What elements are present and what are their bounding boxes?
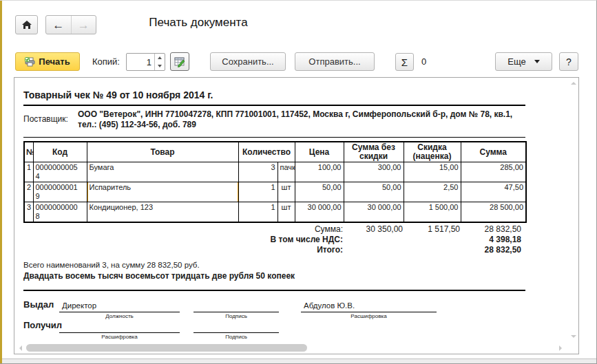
supplier-divider xyxy=(23,137,525,138)
printer-check-icon xyxy=(25,57,35,67)
cell-discount[interactable]: 2,50 xyxy=(404,182,461,202)
header-qty: Количество xyxy=(238,142,295,162)
cell-sum-no-discount[interactable]: 50,00 xyxy=(344,182,404,202)
totals-sum-no-discount: 30 350,00 xyxy=(350,224,403,234)
horizontal-scrollbar-thumb[interactable] xyxy=(26,344,307,352)
totals-discount: 1 517,50 xyxy=(408,224,460,234)
cell-qty[interactable]: 3 xyxy=(238,162,277,182)
print-button-label: Печать xyxy=(39,56,70,67)
header-discount: Скидка (наценка) xyxy=(404,142,461,162)
issued-signature-value xyxy=(193,301,279,312)
cell-sum-no-discount[interactable]: 300,00 xyxy=(344,162,404,182)
document-preview-panel: Товарный чек № 49 от 10 ноября 2014 г. П… xyxy=(14,77,579,354)
title-divider xyxy=(23,105,525,106)
scroll-down-icon[interactable] xyxy=(571,335,576,338)
grand-total-label: Итого: xyxy=(23,245,343,255)
product-value: Испаритель xyxy=(90,183,132,191)
more-button[interactable]: Еще xyxy=(495,52,552,71)
issued-label: Выдал xyxy=(23,299,54,310)
cell-sum-no-discount[interactable]: 30 000,00 xyxy=(344,202,404,223)
home-button[interactable] xyxy=(15,15,38,34)
table-header-row: № Код Товар Количество Цена Сумма без ск… xyxy=(24,142,526,162)
signature-divider xyxy=(23,290,525,291)
received-signature-caption: Подпись xyxy=(193,333,279,340)
window-bottom-edge xyxy=(2,358,596,363)
save-button[interactable]: Сохранить... xyxy=(210,52,286,71)
cell-price[interactable]: 50,00 xyxy=(295,182,344,202)
copies-spin-buttons xyxy=(154,54,165,70)
back-button[interactable]: ← xyxy=(46,16,71,34)
header-price: Цена xyxy=(295,142,344,162)
issued-name-field: Абдулов Ю.В. Расшифровка xyxy=(301,301,437,319)
window-edge-accent xyxy=(0,1,2,364)
cell-discount[interactable]: 15,00 xyxy=(404,162,461,182)
horizontal-scrollbar[interactable] xyxy=(14,342,578,354)
grand-total-sum: 28 832,50 xyxy=(468,245,521,255)
cell-sum[interactable]: 28 500,00 xyxy=(461,202,526,223)
copies-input[interactable]: 1 xyxy=(127,54,154,70)
received-signature-value xyxy=(193,322,279,333)
cell-num[interactable]: 2 xyxy=(24,182,33,202)
page-setup-button[interactable] xyxy=(170,52,189,71)
cell-qty[interactable]: 1 xyxy=(238,202,277,223)
table-row[interactable]: 3 00000000008 Кондиционер, 123 1 шт 30 0… xyxy=(24,202,526,223)
scroll-left-icon[interactable] xyxy=(19,345,22,351)
save-button-label: Сохранить... xyxy=(222,56,273,67)
cell-discount[interactable]: 1 500,00 xyxy=(404,202,461,223)
scroll-right-icon[interactable] xyxy=(559,345,562,351)
cell-qty[interactable]: 1 xyxy=(238,182,277,202)
code-value: 00000000008 xyxy=(36,203,80,221)
vertical-scrollbar[interactable] xyxy=(568,78,578,342)
cell-code[interactable]: 00000000019 xyxy=(33,182,87,202)
cell-sum[interactable]: 47,50 xyxy=(461,182,526,202)
header-product: Товар xyxy=(87,142,238,162)
items-summary-line: Всего наименований 3, на сумму 28 832,50… xyxy=(23,261,200,269)
table-row[interactable]: 1 00000000054 Бумага 3 пачка 100,00 300,… xyxy=(24,162,526,182)
spin-up-icon xyxy=(158,56,162,59)
send-button[interactable]: Отправить... xyxy=(295,52,375,71)
copies-stepper[interactable]: 1 xyxy=(126,53,165,71)
cell-unit[interactable]: пачка xyxy=(277,162,295,182)
table-row[interactable]: 2 00000000019 Испаритель 1 шт 50,00 50,0… xyxy=(24,182,526,202)
issued-position-caption: Должность xyxy=(59,312,180,319)
cell-product[interactable]: Кондиционер, 123 xyxy=(87,202,238,223)
document-title: Товарный чек № 49 от 10 ноября 2014 г. xyxy=(23,89,213,100)
issued-signature-caption: Подпись xyxy=(193,312,279,319)
spin-down-button[interactable] xyxy=(155,62,165,70)
cell-num[interactable]: 3 xyxy=(24,202,33,223)
sum-button[interactable]: Σ xyxy=(395,53,414,71)
cell-product[interactable]: Бумага xyxy=(87,162,238,182)
received-name-caption: Расшифровка xyxy=(59,333,180,340)
received-signature-field: Подпись xyxy=(193,322,279,340)
cell-price[interactable]: 30 000,00 xyxy=(295,202,344,223)
home-icon xyxy=(21,19,32,30)
cell-code[interactable]: 00000000008 xyxy=(33,202,87,223)
cell-price[interactable]: 100,00 xyxy=(295,162,344,182)
forward-button[interactable]: → xyxy=(71,16,96,34)
cell-sum[interactable]: 285,00 xyxy=(461,162,526,182)
issued-name-value: Абдулов Ю.В. xyxy=(301,301,437,312)
more-button-label: Еще xyxy=(507,56,525,67)
received-name-value xyxy=(59,322,180,333)
header-sum-no-discount: Сумма без скидки xyxy=(344,142,404,162)
sigma-icon: Σ xyxy=(401,56,408,68)
table-pencil-icon xyxy=(174,56,185,67)
header-code: Код xyxy=(33,142,87,162)
chevron-down-icon xyxy=(534,60,540,63)
help-button[interactable]: ? xyxy=(559,52,578,71)
issued-position-field: Директор Должность xyxy=(59,301,180,319)
cell-unit[interactable]: шт xyxy=(277,182,295,202)
totals-label: Сумма: xyxy=(23,224,343,234)
print-button[interactable]: Печать xyxy=(15,52,80,71)
vat-sum: 4 398,18 xyxy=(468,235,521,244)
vat-label: В том числе НДС: xyxy=(23,235,343,244)
cell-unit[interactable]: шт xyxy=(277,202,295,223)
cell-num[interactable]: 1 xyxy=(24,162,33,182)
spin-up-button[interactable] xyxy=(155,54,165,62)
cell-code[interactable]: 00000000054 xyxy=(33,162,87,182)
scroll-up-icon[interactable] xyxy=(571,82,576,85)
forward-arrow-icon: → xyxy=(78,19,90,31)
cell-product-selected[interactable]: Испаритель xyxy=(87,182,238,202)
supplier-label: Поставщик: xyxy=(23,114,68,124)
navigation-buttons: ← → xyxy=(45,15,96,34)
